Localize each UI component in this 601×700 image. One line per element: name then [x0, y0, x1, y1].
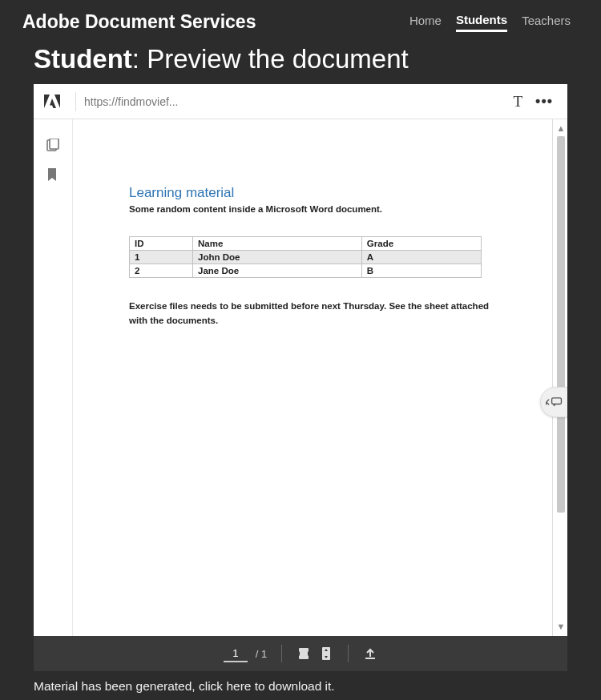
viewer-bottom-toolbar: / 1 — [34, 636, 567, 671]
download-message[interactable]: Material has been generated, click here … — [0, 671, 601, 700]
table-header-row: ID Name Grade — [130, 237, 482, 251]
th-grade: Grade — [361, 237, 481, 251]
document-url: https://findmovief... — [84, 95, 513, 108]
nav-home[interactable]: Home — [409, 14, 442, 30]
bar-divider — [348, 645, 349, 662]
fit-width-icon[interactable] — [296, 646, 311, 661]
app-header: Adobe Document Services Home Students Te… — [0, 0, 601, 41]
cell-grade: A — [361, 251, 481, 264]
document-content: Learning material Some random content in… — [73, 119, 552, 344]
table-row: 1 John Doe A — [130, 251, 482, 264]
brand-title: Adobe Document Services — [22, 11, 256, 33]
th-name: Name — [193, 237, 362, 251]
scroll-down-icon[interactable]: ▼ — [557, 621, 566, 633]
scroll-thumb[interactable] — [557, 136, 565, 513]
bookmark-icon[interactable] — [46, 167, 60, 182]
scrollbar[interactable]: ▲ ▼ — [555, 123, 567, 633]
cell-id: 2 — [130, 264, 193, 278]
page-title: Student: Preview the document — [0, 41, 601, 84]
adobe-logo-icon — [43, 94, 61, 110]
doc-heading: Learning material — [129, 185, 496, 201]
nav-students[interactable]: Students — [456, 13, 507, 32]
left-rail — [34, 119, 72, 636]
page-total: / 1 — [256, 648, 267, 660]
text-tool-icon[interactable]: T — [513, 93, 522, 111]
th-id: ID — [130, 237, 193, 251]
svg-marker-0 — [44, 95, 50, 108]
fit-page-icon[interactable] — [319, 646, 333, 661]
thumbnails-icon[interactable] — [46, 139, 60, 153]
main-nav: Home Students Teachers — [409, 13, 579, 32]
doc-footnote: Exercise files needs to be submitted bef… — [129, 299, 496, 328]
doc-intro: Some random content inside a Microsoft W… — [129, 204, 496, 214]
toolbar-actions: T ••• — [513, 93, 558, 111]
viewer-top-toolbar: https://findmovief... T ••• — [34, 84, 567, 119]
cell-name: Jane Doe — [193, 264, 362, 278]
more-options-icon[interactable]: ••• — [535, 93, 553, 110]
bar-divider — [281, 645, 282, 662]
page-scroll-area: Learning material Some random content in… — [72, 119, 567, 636]
nav-teachers[interactable]: Teachers — [522, 14, 571, 30]
svg-rect-4 — [50, 139, 58, 149]
svg-rect-5 — [552, 398, 562, 404]
svg-rect-6 — [299, 648, 309, 659]
upload-icon[interactable] — [363, 646, 377, 661]
viewer-body: Learning material Some random content in… — [34, 119, 567, 636]
document-page: Learning material Some random content in… — [73, 119, 553, 636]
svg-marker-1 — [54, 95, 60, 108]
comments-panel-toggle[interactable] — [540, 387, 567, 417]
svg-marker-2 — [50, 99, 56, 108]
page-title-rest: : Preview the document — [132, 44, 409, 74]
table-row: 2 Jane Doe B — [130, 264, 482, 278]
pdf-viewer: https://findmovief... T ••• Lear — [34, 84, 567, 671]
toolbar-divider — [75, 92, 76, 111]
page-title-prefix: Student — [34, 44, 132, 74]
cell-name: John Doe — [193, 251, 362, 264]
scroll-up-icon[interactable]: ▲ — [557, 123, 566, 135]
cell-id: 1 — [130, 251, 193, 264]
doc-table: ID Name Grade 1 John Doe A 2 Jane Doe — [129, 236, 482, 278]
cell-grade: B — [361, 264, 481, 278]
page-number-input[interactable] — [224, 645, 248, 662]
